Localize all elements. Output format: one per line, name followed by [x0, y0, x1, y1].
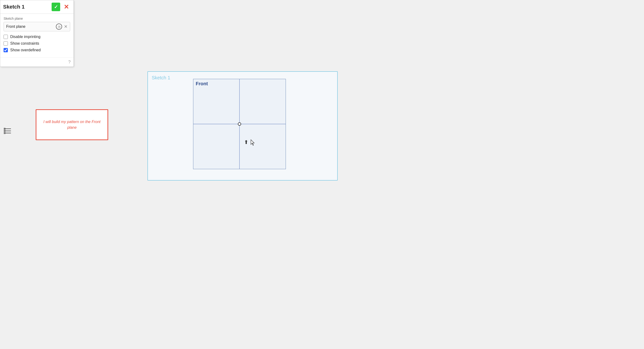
- message-box: I will build my pattern on the Front pla…: [36, 109, 108, 140]
- show-constraints-label[interactable]: Show constraints: [10, 41, 39, 46]
- panel-action-buttons: ✓ ✕: [52, 2, 71, 11]
- help-icon[interactable]: ?: [68, 60, 71, 65]
- close-button[interactable]: ✕: [62, 2, 71, 11]
- viewport-area[interactable]: Sketch 1 Front ⬆︎: [148, 71, 338, 181]
- sketch-plane-row: Front plane ◷ ✕: [4, 22, 70, 31]
- panel-title: Sketch 1: [3, 4, 25, 10]
- confirm-button[interactable]: ✓: [52, 2, 60, 11]
- show-overdefined-checkbox[interactable]: [4, 48, 8, 52]
- panel-body: Sketch plane Front plane ◷ ✕ Disable imp…: [0, 14, 74, 57]
- sketch-plane-label: Sketch plane: [4, 17, 70, 20]
- sketch-panel: Sketch 1 ✓ ✕ Sketch plane Front plane ◷ …: [0, 0, 74, 67]
- message-text: I will build my pattern on the Front pla…: [40, 119, 104, 130]
- show-constraints-row: Show constraints: [4, 41, 70, 46]
- show-overdefined-row: Show overdefined: [4, 48, 70, 52]
- viewport-label: Sketch 1: [152, 75, 170, 80]
- front-label: Front: [196, 81, 208, 86]
- show-constraints-checkbox[interactable]: [4, 41, 8, 46]
- sketch-plane-icons: ◷ ✕: [56, 23, 68, 30]
- disable-imprinting-row: Disable imprinting: [4, 35, 70, 39]
- sketch-plane-value: Front plane: [6, 24, 26, 29]
- disable-imprinting-label[interactable]: Disable imprinting: [10, 35, 40, 39]
- clear-plane-icon[interactable]: ✕: [64, 24, 68, 29]
- history-icon[interactable]: ◷: [56, 23, 62, 30]
- origin-point: [238, 122, 241, 126]
- front-plane: Front ⬆︎: [193, 79, 286, 169]
- disable-imprinting-checkbox[interactable]: [4, 35, 8, 39]
- panel-header: Sketch 1 ✓ ✕: [0, 0, 74, 14]
- show-overdefined-label[interactable]: Show overdefined: [10, 48, 41, 52]
- list-icon[interactable]: [2, 126, 12, 136]
- panel-footer: ?: [0, 57, 74, 66]
- cursor-icon: ⬆︎: [244, 139, 255, 146]
